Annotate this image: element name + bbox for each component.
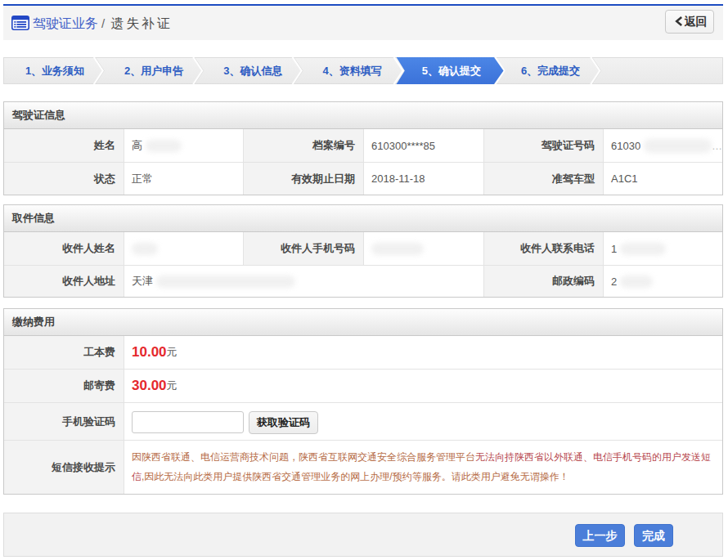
svg-text:5、确认提交: 5、确认提交 (422, 65, 481, 77)
svg-text:4、资料填写: 4、资料填写 (322, 65, 381, 77)
svg-text:1、业务须知: 1、业务须知 (25, 65, 84, 77)
svg-text:3、确认信息: 3、确认信息 (223, 65, 282, 77)
svg-text:6、完成提交: 6、完成提交 (521, 65, 580, 77)
svg-text:2、用户申告: 2、用户申告 (124, 65, 183, 77)
